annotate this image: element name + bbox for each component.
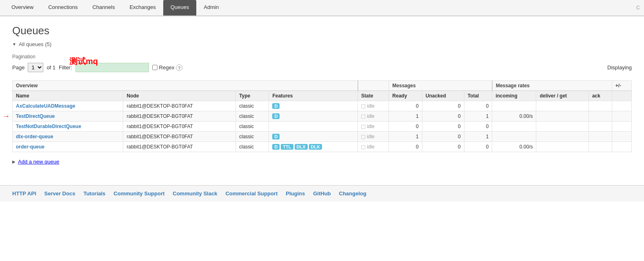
feature-badge: D — [272, 103, 280, 109]
footer-server-docs[interactable]: Server Docs — [44, 190, 76, 197]
cell-state: idle — [358, 142, 389, 152]
cell-type: classic — [236, 111, 269, 122]
page-of: of 1 — [47, 64, 56, 71]
cell-incoming — [492, 132, 536, 142]
nav-exchanges[interactable]: Exchanges — [122, 0, 163, 15]
page-select[interactable]: 1 — [28, 63, 43, 72]
regex-container: Regex ? — [152, 64, 183, 71]
cell-type: classic — [236, 142, 269, 152]
nav-channels[interactable]: Channels — [85, 0, 122, 15]
footer-plugins[interactable]: Plugins — [286, 190, 305, 197]
plus-minus-header[interactable]: +/- — [612, 81, 631, 91]
col-deliver-get: deliver / get — [536, 91, 589, 101]
overview-group-header: Overview — [13, 81, 358, 91]
nav-overview[interactable]: Overview — [4, 0, 41, 15]
all-queues-header: ▼ All queues (5) — [12, 41, 632, 47]
cell-name: TestNotDurableDirectQueue — [13, 122, 123, 132]
cell-total: 0 — [464, 122, 492, 132]
cell-state: idle — [358, 101, 389, 111]
cell-unacked: 0 — [422, 132, 464, 142]
col-name: Name — [13, 91, 123, 101]
table-row: order-queuerabbit1@DESKTOP-BGT0FATclassi… — [13, 142, 632, 152]
feature-badge: DLX — [295, 144, 308, 150]
pagination-row: Page 1 of 1 Filter: Regex ? Displaying — [12, 63, 632, 72]
page-title: Queues — [12, 24, 632, 37]
cell-unacked: 0 — [422, 101, 464, 111]
filter-input[interactable] — [76, 63, 149, 72]
page-label: Page — [12, 64, 24, 71]
cell-extra — [612, 122, 631, 132]
cell-deliver-get — [536, 101, 589, 111]
add-queue-section: ▶ Add a new queue — [12, 159, 632, 165]
cell-deliver-get — [536, 111, 589, 122]
cell-type: classic — [236, 122, 269, 132]
cell-deliver-get — [536, 142, 589, 152]
table-group-header-row: Overview Messages Message rates +/- — [13, 81, 632, 91]
col-node: Node — [123, 91, 236, 101]
cell-node: rabbit1@DESKTOP-BGT0FAT — [123, 142, 236, 152]
footer-tutorials[interactable]: Tutorials — [83, 190, 105, 197]
cell-type: classic — [236, 132, 269, 142]
footer-github[interactable]: GitHub — [313, 190, 331, 197]
add-queue-link[interactable]: Add a new queue — [18, 159, 59, 165]
cell-ready: 0 — [389, 122, 422, 132]
cell-incoming: 0.00/s — [492, 111, 536, 122]
top-navigation: Overview Connections Channels Exchanges … — [0, 0, 644, 16]
cell-ack — [588, 132, 612, 142]
cell-name: AxCalculateUADMessage — [13, 101, 123, 111]
col-state: State — [358, 91, 389, 101]
state-spacer — [358, 81, 389, 91]
cell-node: rabbit1@DESKTOP-BGT0FAT — [123, 122, 236, 132]
nav-admin[interactable]: Admin — [196, 0, 226, 15]
cell-features: D — [269, 111, 358, 122]
feature-badge: D — [272, 113, 280, 119]
cell-state: idle — [358, 132, 389, 142]
cell-ack — [588, 111, 612, 122]
queue-name-link[interactable]: TestNotDurableDirectQueue — [16, 124, 81, 129]
regex-help-icon[interactable]: ? — [176, 64, 182, 71]
table-row: dlx-order-queuerabbit1@DESKTOP-BGT0FATcl… — [13, 132, 632, 142]
cell-node: rabbit1@DESKTOP-BGT0FAT — [123, 101, 236, 111]
cell-deliver-get — [536, 132, 589, 142]
cell-total: 1 — [464, 132, 492, 142]
footer-community-support[interactable]: Community Support — [113, 190, 164, 197]
table-container: 测试mq Overview Messages Message rates +/-… — [12, 80, 632, 152]
cell-state: idle — [358, 122, 389, 132]
red-arrow-icon: → — [2, 112, 10, 121]
cell-extra — [612, 132, 631, 142]
queue-name-link[interactable]: TestDirectQueue — [16, 113, 55, 119]
col-ready: Ready — [389, 91, 422, 101]
main-content: Queues ▼ All queues (5) Pagination Page … — [0, 16, 644, 173]
queue-name-link[interactable]: AxCalculateUADMessage — [16, 103, 75, 109]
cell-unacked: 0 — [422, 122, 464, 132]
cell-features — [269, 122, 358, 132]
cell-incoming — [492, 101, 536, 111]
footer-community-slack[interactable]: Community Slack — [173, 190, 217, 197]
queue-name-link[interactable]: dlx-order-queue — [16, 134, 53, 139]
table-row: TestNotDurableDirectQueuerabbit1@DESKTOP… — [13, 122, 632, 132]
cell-unacked: 0 — [422, 142, 464, 152]
corner-text: C — [636, 5, 640, 11]
queue-name-link[interactable]: order-queue — [16, 144, 44, 150]
cell-extra — [612, 111, 631, 122]
filter-label: Filter: — [59, 64, 72, 71]
cell-incoming — [492, 122, 536, 132]
cell-deliver-get — [536, 122, 589, 132]
nav-connections[interactable]: Connections — [41, 0, 85, 15]
col-ack: ack — [588, 91, 612, 101]
table-row: →TestDirectQueuerabbit1@DESKTOP-BGT0FATc… — [13, 111, 632, 122]
footer-commercial-support[interactable]: Commercial Support — [225, 190, 278, 197]
cell-extra — [612, 101, 631, 111]
nav-queues[interactable]: Queues — [163, 0, 197, 15]
footer-http-api[interactable]: HTTP API — [12, 190, 36, 197]
cell-ready: 0 — [389, 142, 422, 152]
cell-ack — [588, 122, 612, 132]
footer-changelog[interactable]: Changelog — [339, 190, 366, 197]
cell-extra — [612, 142, 631, 152]
feature-badge: D — [272, 134, 280, 139]
col-unacked: Unacked — [422, 91, 464, 101]
cell-features: DTTLDLXDLK — [269, 142, 358, 152]
col-total: Total — [464, 91, 492, 101]
regex-checkbox[interactable] — [152, 65, 158, 70]
cell-state: idle — [358, 111, 389, 122]
